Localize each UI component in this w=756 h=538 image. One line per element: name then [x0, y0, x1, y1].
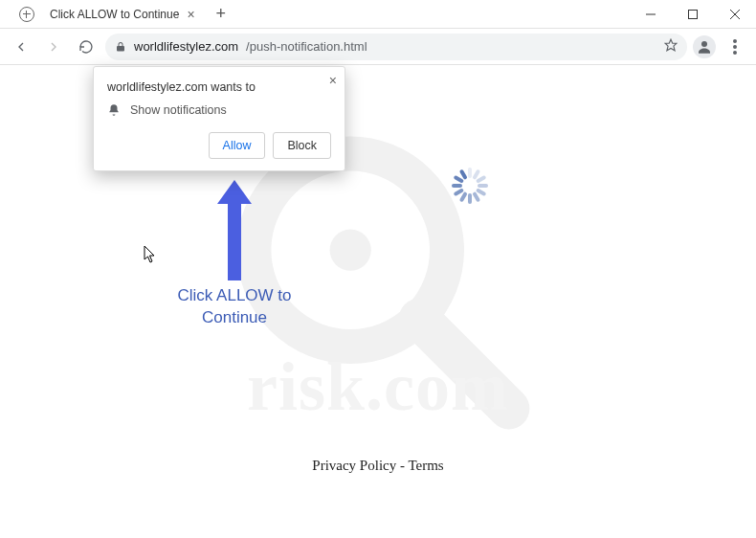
- page-content: risk.com Click ALLOW to Continue Privacy…: [0, 65, 756, 538]
- url-path: /push-notification.html: [246, 39, 367, 54]
- up-arrow-icon: [215, 175, 254, 290]
- close-window-button[interactable]: [714, 0, 756, 29]
- back-button[interactable]: [8, 34, 34, 60]
- browser-toolbar: worldlifestylez.com/push-notification.ht…: [0, 29, 756, 65]
- globe-icon: [19, 7, 34, 22]
- svg-point-5: [701, 41, 707, 47]
- bookmark-star-icon[interactable]: [664, 38, 678, 55]
- svg-point-8: [733, 51, 737, 55]
- svg-marker-4: [665, 39, 677, 51]
- cta-line-2: Continue: [202, 308, 267, 326]
- svg-rect-1: [689, 10, 698, 18]
- notification-permission-dialog: × worldlifestylez.com wants to Show noti…: [93, 66, 345, 171]
- permission-actions: Allow Block: [107, 132, 331, 159]
- block-button[interactable]: Block: [273, 132, 331, 159]
- new-tab-button[interactable]: +: [211, 4, 233, 24]
- permission-capability-label: Show notifications: [130, 103, 227, 117]
- allow-button[interactable]: Allow: [209, 132, 266, 159]
- svg-line-10: [419, 319, 509, 409]
- window-titlebar: Click ALLOW to Continue × +: [0, 0, 756, 29]
- tab-title: Click ALLOW to Continue: [50, 8, 179, 21]
- cta-line-1: Click ALLOW to: [177, 286, 291, 304]
- loading-spinner-icon: [450, 166, 490, 206]
- profile-avatar[interactable]: [693, 35, 716, 58]
- watermark-text: risk.com: [247, 347, 509, 426]
- svg-point-7: [733, 45, 737, 49]
- address-bar[interactable]: worldlifestylez.com/push-notification.ht…: [105, 34, 687, 60]
- forward-button[interactable]: [40, 34, 67, 60]
- reload-button[interactable]: [73, 34, 100, 60]
- lock-icon: [115, 41, 126, 53]
- mouse-cursor-icon: [144, 245, 157, 264]
- maximize-button[interactable]: [672, 0, 714, 29]
- window-controls: [630, 0, 756, 29]
- permission-capability-row: Show notifications: [107, 103, 331, 117]
- bell-icon: [107, 103, 121, 117]
- cta-text: Click ALLOW to Continue: [158, 285, 311, 329]
- svg-point-6: [733, 39, 737, 43]
- close-tab-icon[interactable]: ×: [187, 7, 194, 22]
- permission-prompt-text: worldlifestylez.com wants to: [107, 80, 331, 94]
- browser-menu-button[interactable]: [722, 39, 748, 55]
- browser-tab[interactable]: Click ALLOW to Continue ×: [4, 3, 203, 26]
- minimize-button[interactable]: [630, 0, 672, 29]
- footer-links[interactable]: Privacy Policy - Terms: [0, 458, 756, 474]
- url-host: worldlifestylez.com: [134, 39, 238, 54]
- dialog-close-icon[interactable]: ×: [329, 73, 337, 88]
- tab-strip: Click ALLOW to Continue × +: [0, 3, 630, 26]
- svg-point-11: [330, 230, 371, 271]
